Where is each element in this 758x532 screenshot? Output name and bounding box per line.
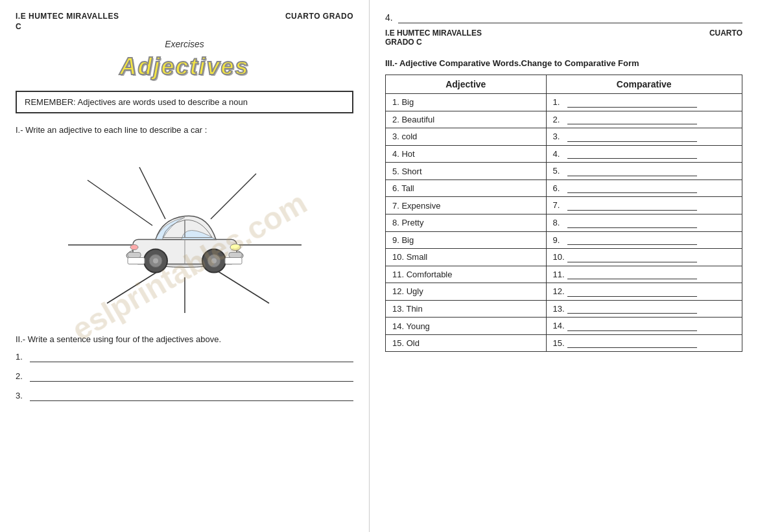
table-row: 14. Young14.: [386, 318, 742, 335]
comp-cell[interactable]: 11.: [546, 266, 742, 283]
svg-rect-21: [225, 258, 242, 264]
adj-cell: 1. Big: [386, 94, 547, 111]
comp-input-line[interactable]: [567, 133, 697, 142]
comp-num: 10.: [553, 252, 567, 262]
comp-input-line[interactable]: [567, 288, 697, 297]
table-row: 3. cold3.: [386, 128, 742, 146]
svg-point-16: [230, 244, 241, 251]
comp-cell[interactable]: 15.: [546, 334, 742, 352]
left-header: I.E HUMTEC MIRAVALLES CUARTO GRADO: [16, 12, 353, 21]
instruction2: II.- Write a sentence using four of the …: [16, 334, 353, 344]
comp-num: 9.: [553, 235, 567, 245]
table-row: 10. Small10.: [386, 249, 742, 266]
comp-num: 4.: [553, 149, 567, 159]
table-row: 13. Thin13.: [386, 300, 742, 318]
adjective-table: Adjective Comparative 1. Big1. 2. Beauti…: [385, 75, 742, 352]
write-line-3-input[interactable]: [30, 389, 353, 401]
comp-cell[interactable]: 6.: [546, 179, 742, 197]
comp-num: 3.: [553, 132, 567, 141]
comp-cell[interactable]: 12.: [546, 283, 742, 301]
comp-input-line[interactable]: [567, 219, 697, 228]
comp-input-line[interactable]: [567, 150, 697, 159]
comp-input-line[interactable]: [567, 184, 697, 193]
adj-cell: 2. Beautiful: [386, 111, 547, 128]
grade-left: CUARTO GRADO: [285, 12, 353, 21]
comp-cell[interactable]: 14.: [546, 318, 742, 335]
right-panel: 4. I.E HUMTEC MIRAVALLES GRADO C CUARTO …: [370, 0, 758, 532]
remember-box: REMEMBER: Adjectives are words used to d…: [16, 91, 353, 113]
comp-cell[interactable]: 2.: [546, 111, 742, 128]
col2-header: Comparative: [546, 75, 742, 94]
comp-input-line[interactable]: [567, 115, 697, 124]
table-row: 2. Beautiful2.: [386, 111, 742, 128]
adj-cell: 3. cold: [386, 128, 547, 146]
comp-cell[interactable]: 5.: [546, 163, 742, 180]
table-row: 1. Big1.: [386, 94, 742, 111]
remember-text: REMEMBER: Adjectives are words used to d…: [25, 97, 248, 107]
table-row: 6. Tall6.: [386, 179, 742, 197]
adj-cell: 13. Thin: [386, 300, 547, 318]
right-header: I.E HUMTEC MIRAVALLES GRADO C CUARTO: [385, 29, 742, 47]
table-row: 8. Pretty8.: [386, 214, 742, 231]
write-line-2-input[interactable]: [30, 370, 353, 382]
comp-cell[interactable]: 8.: [546, 214, 742, 231]
svg-rect-19: [229, 253, 242, 258]
question4-label: 4.: [385, 12, 393, 23]
comp-num: 15.: [553, 338, 567, 348]
col1-header: Adjective: [386, 75, 547, 94]
write-line-1-input[interactable]: [30, 351, 353, 362]
table-row: 7. Expensive7.: [386, 197, 742, 214]
comp-cell[interactable]: 3.: [546, 128, 742, 146]
comp-num: 5.: [553, 166, 567, 176]
comp-cell[interactable]: 7.: [546, 197, 742, 214]
adjectives-title: Adjectives: [16, 53, 353, 80]
comp-input-line[interactable]: [567, 167, 697, 176]
comp-cell[interactable]: 9.: [546, 231, 742, 249]
adj-cell: 5. Short: [386, 163, 547, 180]
school-name-left: I.E HUMTEC MIRAVALLES: [16, 12, 119, 21]
comp-num: 1.: [553, 97, 567, 107]
adj-cell: 9. Big: [386, 231, 547, 249]
right-header-left: I.E HUMTEC MIRAVALLES GRADO C: [385, 29, 482, 47]
comp-cell[interactable]: 10.: [546, 249, 742, 266]
comp-input-line[interactable]: [567, 270, 697, 279]
comp-input-line[interactable]: [567, 305, 697, 314]
svg-point-17: [130, 245, 138, 250]
comp-input-line[interactable]: [567, 253, 697, 262]
adj-cell: 15. Old: [386, 334, 547, 352]
table-row: 12. Ugly12.: [386, 283, 742, 301]
write-line-3: 3.: [16, 389, 353, 401]
adj-cell: 8. Pretty: [386, 214, 547, 231]
comp-input-line[interactable]: [567, 202, 697, 211]
write-line-1-num: 1.: [16, 352, 27, 362]
car-diagram: [36, 141, 334, 323]
question4-input[interactable]: [398, 12, 742, 23]
comp-num: 12.: [553, 286, 567, 296]
adj-cell: 11. Comfortable: [386, 266, 547, 283]
comp-input-line[interactable]: [567, 98, 697, 108]
svg-rect-20: [128, 253, 141, 258]
comp-num: 11.: [553, 270, 567, 279]
comp-input-line[interactable]: [567, 322, 697, 331]
write-line-2-num: 2.: [16, 371, 27, 381]
svg-point-15: [153, 259, 158, 264]
table-row: 4. Hot4.: [386, 145, 742, 163]
comp-num: 2.: [553, 115, 567, 124]
section-title: Exercises: [16, 39, 353, 49]
right-section: GRADO C: [385, 38, 482, 47]
comp-cell[interactable]: 1.: [546, 94, 742, 111]
table-row: 11. Comfortable11.: [386, 266, 742, 283]
adj-cell: 10. Small: [386, 249, 547, 266]
car-illustration: [120, 194, 250, 279]
comp-input-line[interactable]: [567, 236, 697, 245]
comp-num: 7.: [553, 200, 567, 210]
comp-num: 14.: [553, 321, 567, 330]
svg-rect-22: [128, 258, 145, 264]
comp-cell[interactable]: 13.: [546, 300, 742, 318]
comp-input-line[interactable]: [567, 339, 697, 348]
comp-cell[interactable]: 4.: [546, 145, 742, 163]
comp-num: 8.: [553, 218, 567, 227]
adj-cell: 6. Tall: [386, 179, 547, 197]
adj-cell: 4. Hot: [386, 145, 547, 163]
write-line-3-num: 3.: [16, 391, 27, 400]
